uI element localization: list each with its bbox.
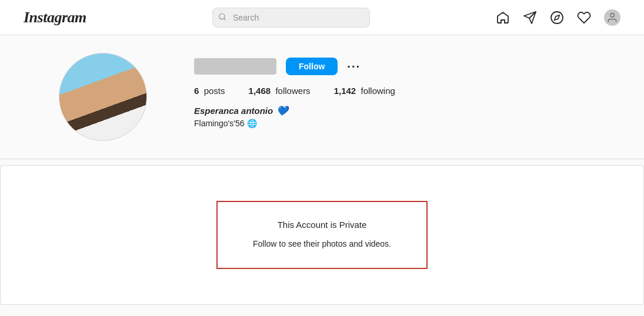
user-avatar[interactable] (604, 9, 620, 26)
profile-avatar (59, 53, 147, 141)
search-icon (218, 12, 226, 22)
posts-label: posts (204, 86, 225, 96)
followers-count: 1,468 (249, 86, 271, 96)
following-stat[interactable]: 1,142 following (334, 86, 395, 96)
svg-line-1 (224, 18, 226, 20)
navbar: Instagram (0, 0, 644, 35)
follow-button[interactable]: Follow (286, 58, 338, 75)
home-icon[interactable] (496, 11, 510, 25)
profile-stats: 6 posts 1,468 followers 1,142 following (194, 86, 585, 96)
profile-info: Follow ··· 6 posts 1,468 followers 1,142… (194, 53, 585, 128)
posts-count: 6 (194, 86, 199, 96)
heart-icon[interactable] (577, 11, 591, 25)
private-account-box: This Account is Private Follow to see th… (216, 201, 428, 269)
nav-icons (496, 9, 620, 26)
username-placeholder (194, 58, 276, 75)
following-label: following (361, 86, 395, 96)
more-options-button[interactable]: ··· (347, 60, 361, 73)
instagram-logo[interactable]: Instagram (24, 9, 86, 26)
followers-stat[interactable]: 1,468 followers (249, 86, 311, 96)
profile-header: Follow ··· 6 posts 1,468 followers 1,142… (59, 53, 585, 141)
private-account-subtitle: Follow to see their photos and videos. (253, 238, 391, 250)
username-row: Follow ··· (194, 58, 585, 75)
search-input[interactable] (212, 8, 370, 28)
bio-emoji: 🌐 (247, 119, 257, 128)
heart-badge: 💙 (276, 105, 288, 116)
private-account-section: This Account is Private Follow to see th… (0, 165, 644, 305)
section-divider (0, 159, 644, 159)
following-count: 1,142 (334, 86, 356, 96)
compass-icon[interactable] (550, 11, 564, 25)
display-name: Esperanca antonio (194, 106, 273, 116)
profile-container: Follow ··· 6 posts 1,468 followers 1,142… (47, 53, 597, 141)
followers-label: followers (275, 86, 310, 96)
bio-text: Flamingo's'56 (194, 119, 245, 128)
profile-name: Esperanca antonio 💙 (194, 105, 585, 116)
send-icon[interactable] (523, 11, 537, 25)
profile-avatar-wrap (59, 53, 147, 141)
search-bar[interactable] (212, 8, 370, 28)
avatar-image (59, 53, 146, 140)
profile-bio: Flamingo's'56 🌐 (194, 119, 585, 128)
posts-stat: 6 posts (194, 86, 225, 96)
svg-point-2 (551, 12, 563, 23)
private-account-title: This Account is Private (253, 220, 391, 230)
svg-point-3 (610, 13, 615, 17)
